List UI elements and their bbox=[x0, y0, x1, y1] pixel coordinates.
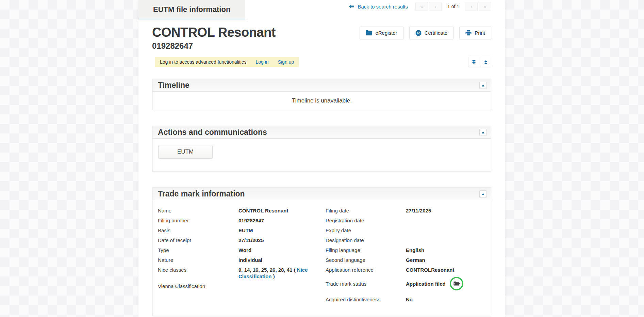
double-chevron-up-icon bbox=[483, 60, 488, 64]
last-page-button[interactable]: » bbox=[479, 2, 491, 11]
tab-label: EUTM file information bbox=[153, 5, 230, 14]
certificate-button[interactable]: R Certificate bbox=[409, 27, 454, 39]
trademark-left-column: Name CONTROL Resonant Filing number 0192… bbox=[158, 207, 326, 306]
tab-eutm-file-information[interactable]: EUTM file information bbox=[138, 0, 245, 19]
actions-communications-section: Actions and communications EUTM bbox=[152, 126, 491, 172]
sign-up-link[interactable]: Sign up bbox=[278, 59, 294, 65]
field-label: Registration date bbox=[326, 217, 406, 224]
field-value: 9, 14, 16, 25, 26, 28, 41 ( Nice Classif… bbox=[238, 267, 326, 280]
collapse-controls bbox=[468, 57, 491, 67]
field-row-expiry-date: Expiry date bbox=[326, 227, 494, 234]
field-row-application-reference: Application reference CONTROLResonant bbox=[326, 267, 494, 273]
field-value bbox=[406, 227, 494, 234]
collapse-icon bbox=[482, 193, 484, 195]
field-row-basis: Basis EUTM bbox=[158, 227, 326, 234]
field-value: 019282647 bbox=[238, 217, 326, 224]
field-label: Nature bbox=[158, 257, 238, 263]
print-button[interactable]: Print bbox=[459, 27, 491, 39]
field-label: Name bbox=[158, 207, 238, 214]
first-page-icon: « bbox=[420, 4, 423, 9]
field-label: Filing date bbox=[326, 207, 406, 214]
collapse-all-button[interactable] bbox=[468, 57, 479, 67]
trademark-body: Name CONTROL Resonant Filing number 0192… bbox=[153, 200, 491, 316]
action-buttons: eRegister R Certificate Print bbox=[360, 27, 491, 39]
trademark-right-column: Filing date 27/11/2025 Registration date… bbox=[326, 207, 494, 306]
certificate-label: Certificate bbox=[425, 30, 448, 36]
field-row-filing-language: Filing language English bbox=[326, 247, 494, 253]
field-label: Trade mark status bbox=[326, 281, 406, 287]
first-page-button[interactable]: « bbox=[415, 2, 428, 11]
field-label: Type bbox=[158, 247, 238, 253]
title-row: CONTROL Resonant 019282647 eRegister R C… bbox=[138, 25, 505, 51]
field-label: Expiry date bbox=[326, 227, 406, 234]
svg-text:R: R bbox=[417, 31, 420, 35]
field-value: Individual bbox=[238, 257, 326, 263]
last-page-icon: » bbox=[484, 4, 486, 9]
field-row-designation-date: Designation date bbox=[326, 237, 494, 243]
back-arrow-icon bbox=[349, 4, 354, 9]
nice-classes-value: 9, 14, 16, 25, 26, 28, 41 ( bbox=[238, 267, 296, 273]
actions-section-title: Actions and communications bbox=[158, 128, 267, 137]
back-to-search-results-link[interactable]: Back to search results bbox=[349, 4, 408, 10]
prev-page-button[interactable]: ‹ bbox=[429, 2, 442, 11]
eregister-button[interactable]: eRegister bbox=[360, 27, 403, 39]
trade-mark-status-value: Application filed bbox=[406, 281, 446, 287]
field-value: English bbox=[406, 247, 494, 253]
pager: « ‹ 1 of 1 › » bbox=[415, 2, 491, 11]
field-value: German bbox=[406, 257, 494, 263]
eregister-label: eRegister bbox=[375, 30, 397, 36]
field-row-registration-date: Registration date bbox=[326, 217, 494, 224]
field-label: Vienna Classification bbox=[158, 283, 238, 289]
field-row-filing-date: Filing date 27/11/2025 bbox=[326, 207, 494, 214]
timeline-section-title: Timeline bbox=[158, 81, 189, 90]
expand-all-button[interactable] bbox=[480, 57, 491, 67]
field-label: Designation date bbox=[326, 237, 406, 243]
field-value: CONTROL Resonant bbox=[238, 207, 326, 214]
timeline-collapse-button[interactable] bbox=[479, 82, 487, 89]
application-filed-status-icon bbox=[449, 276, 464, 291]
field-value: 27/11/2025 bbox=[238, 237, 326, 243]
application-number: 019282647 bbox=[152, 41, 276, 51]
field-label: Basis bbox=[158, 227, 238, 234]
timeline-unavailable-message: Timeline is unavailable. bbox=[292, 97, 352, 104]
field-value: No bbox=[406, 296, 494, 303]
timeline-section: Timeline Timeline is unavailable. bbox=[152, 79, 491, 110]
content-column: EUTM file information Back to search res… bbox=[138, 0, 505, 317]
next-page-button[interactable]: › bbox=[465, 2, 478, 11]
field-value: EUTM bbox=[238, 227, 326, 234]
field-row-type: Type Word bbox=[158, 247, 326, 253]
timeline-body: Timeline is unavailable. bbox=[153, 92, 491, 110]
field-label: Application reference bbox=[326, 267, 406, 273]
field-label: Filing number bbox=[158, 217, 238, 224]
field-row-acquired-distinctiveness: Acquired distinctiveness No bbox=[326, 296, 494, 303]
field-row-vienna-classification: Vienna Classification bbox=[158, 283, 326, 289]
field-row-trade-mark-status: Trade mark status Application filed bbox=[326, 276, 494, 291]
field-value: 27/11/2025 bbox=[406, 207, 494, 214]
eutm-tab-button[interactable]: EUTM bbox=[158, 145, 213, 159]
page-indicator: 1 of 1 bbox=[447, 4, 459, 9]
actions-body: EUTM bbox=[153, 139, 491, 171]
login-message: Log in to access advanced functionalitie… bbox=[160, 59, 247, 65]
page-title: CONTROL Resonant bbox=[152, 25, 276, 40]
trademark-collapse-button[interactable] bbox=[479, 190, 487, 197]
prev-page-icon: ‹ bbox=[434, 4, 436, 9]
actions-section-header: Actions and communications bbox=[153, 126, 491, 139]
field-row-nice-classes: Nice classes 9, 14, 16, 25, 26, 28, 41 (… bbox=[158, 267, 326, 280]
field-row-filing-number: Filing number 019282647 bbox=[158, 217, 326, 224]
field-value: CONTROLResonant bbox=[406, 267, 494, 273]
field-label: Filing language bbox=[326, 247, 406, 253]
field-row-nature: Nature Individual bbox=[158, 257, 326, 263]
trademark-section-title: Trade mark information bbox=[158, 189, 245, 199]
log-in-link[interactable]: Log in bbox=[256, 59, 269, 65]
field-value bbox=[238, 283, 326, 289]
login-bar: Log in to access advanced functionalitie… bbox=[155, 57, 299, 67]
top-navigation: Back to search results « ‹ 1 of 1 › » bbox=[349, 2, 491, 11]
actions-collapse-button[interactable] bbox=[479, 129, 487, 136]
login-row: Log in to access advanced functionalitie… bbox=[138, 57, 505, 67]
collapse-icon bbox=[482, 84, 484, 86]
next-page-icon: › bbox=[470, 4, 472, 9]
field-value: Word bbox=[238, 247, 326, 253]
nice-classes-suffix: ) bbox=[273, 273, 275, 279]
field-row-second-language: Second language German bbox=[326, 257, 494, 263]
trade-mark-information-section: Trade mark information Name CONTROL Reso… bbox=[152, 187, 491, 316]
